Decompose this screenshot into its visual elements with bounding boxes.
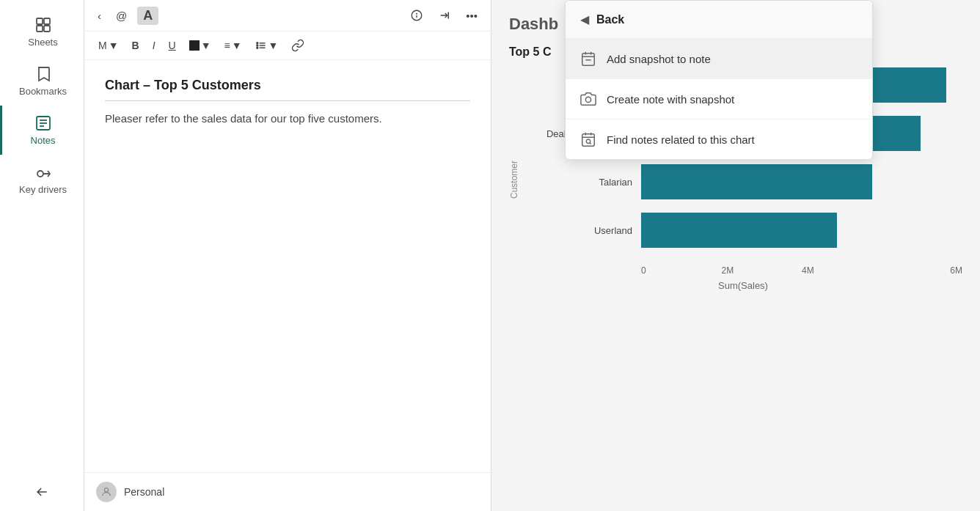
- sidebar-item-sheets[interactable]: Sheets: [0, 7, 84, 56]
- svg-point-30: [586, 139, 590, 144]
- align-icon: ≡: [224, 40, 230, 51]
- collapse-icon: [34, 485, 49, 499]
- avatar: [96, 482, 117, 502]
- italic-icon: I: [153, 40, 156, 51]
- next-icon: [438, 9, 451, 22]
- sidebar-item-sheets-label: Sheets: [28, 37, 57, 48]
- sidebar-item-key-drivers-label: Key drivers: [19, 184, 67, 195]
- chart-title-text: Top 5 C: [509, 45, 551, 58]
- dropdown-item-create-note[interactable]: Create note with snapshot: [566, 79, 872, 120]
- x-axis-label: Sum(Sales): [524, 276, 962, 291]
- svg-point-17: [256, 45, 257, 46]
- svg-rect-1: [44, 18, 50, 24]
- footer-user-label: Personal: [124, 486, 164, 498]
- dashboard-title: Dashb: [509, 15, 558, 33]
- collapse-button[interactable]: [30, 482, 54, 502]
- dropdown-header[interactable]: ◀ Back: [566, 1, 872, 39]
- color-box: [189, 40, 200, 51]
- x-tick-6m: 6M: [882, 265, 963, 276]
- sidebar-item-notes-label: Notes: [31, 135, 56, 146]
- format-a-button[interactable]: A: [137, 7, 158, 25]
- align-arrow: ▼: [232, 40, 242, 51]
- underline-button[interactable]: U: [164, 37, 181, 54]
- svg-point-25: [585, 97, 590, 102]
- svg-line-31: [590, 143, 591, 144]
- bar-label-userland: Userland: [524, 225, 641, 236]
- x-tick-0: 0: [641, 265, 722, 276]
- svg-point-8: [37, 171, 43, 177]
- mention-button[interactable]: @: [111, 7, 131, 25]
- format-a-icon: A: [143, 8, 153, 23]
- sidebar-item-bookmarks[interactable]: Bookmarks: [0, 56, 84, 106]
- more-button[interactable]: •••: [461, 7, 482, 25]
- dropdown-item-find-notes[interactable]: Find notes related to this chart: [566, 120, 872, 159]
- link-button[interactable]: [286, 36, 310, 55]
- svg-rect-0: [37, 18, 43, 24]
- bookmarks-icon: [34, 65, 52, 83]
- bar-track-talarian: [641, 164, 962, 199]
- bar-label-talarian: Talarian: [524, 177, 641, 188]
- x-tick-4m: 4M: [802, 265, 882, 276]
- color-arrow: ▼: [201, 40, 211, 51]
- note-title: Chart – Top 5 Customers: [105, 78, 470, 101]
- dropdown-menu: ◀ Back Add snapshot to note Create note …: [565, 0, 873, 160]
- table-row: Userland: [524, 213, 962, 248]
- bold-icon: B: [132, 40, 139, 51]
- info-icon: [410, 9, 423, 22]
- find-notes-label: Find notes related to this chart: [607, 133, 755, 146]
- bold-button[interactable]: B: [127, 37, 145, 54]
- svg-rect-20: [582, 54, 595, 66]
- create-note-label: Create note with snapshot: [607, 93, 734, 106]
- chevron-left-icon: ◀: [580, 12, 589, 26]
- table-row: Talarian: [524, 164, 962, 199]
- y-axis-label: Customer: [509, 67, 524, 291]
- sidebar-bottom: [0, 473, 84, 511]
- more-icon: •••: [466, 10, 478, 22]
- key-drivers-icon: [34, 163, 52, 181]
- heading-arrow: ▼: [109, 40, 119, 51]
- mention-icon: @: [116, 10, 127, 22]
- next-button[interactable]: [434, 6, 456, 25]
- dropdown-item-add-snapshot[interactable]: Add snapshot to note: [566, 39, 872, 79]
- x-axis: 0 2M 4M 6M: [524, 261, 962, 276]
- list-icon: [255, 40, 267, 51]
- svg-point-16: [256, 43, 257, 44]
- sidebar-item-notes[interactable]: Notes: [0, 106, 84, 155]
- editor-footer: Personal: [84, 472, 491, 511]
- back-button[interactable]: ‹: [93, 7, 106, 25]
- sidebar: Sheets Bookmarks Notes Key drivers: [0, 0, 84, 511]
- heading-button[interactable]: M ▼: [93, 37, 124, 54]
- note-body: Pleaser refer to the sales data for our …: [105, 110, 470, 128]
- calendar-icon: [580, 51, 596, 67]
- editor-toolbar-top: ‹ @ A •••: [84, 0, 491, 32]
- italic-button[interactable]: I: [147, 37, 161, 54]
- x-tick-2m: 2M: [722, 265, 802, 276]
- list-button[interactable]: ▼: [250, 37, 284, 54]
- editor-toolbar-format: M ▼ B I U ▼ ≡ ▼ ▼: [84, 32, 491, 60]
- sidebar-item-key-drivers[interactable]: Key drivers: [0, 155, 84, 204]
- chart-area: Dashb Top 5 C Customer PageWave Deak-Per…: [491, 0, 980, 511]
- dropdown-back-label: Back: [596, 13, 624, 26]
- camera-icon: [580, 91, 596, 107]
- add-snapshot-label: Add snapshot to note: [607, 53, 711, 65]
- calendar-search-icon: [580, 131, 596, 147]
- svg-rect-26: [582, 134, 595, 147]
- svg-rect-2: [37, 26, 43, 32]
- color-button[interactable]: ▼: [184, 37, 216, 54]
- align-button[interactable]: ≡ ▼: [219, 37, 247, 54]
- notes-icon: [34, 114, 52, 132]
- list-arrow: ▼: [268, 40, 279, 51]
- bar-fill-talarian: [641, 164, 872, 199]
- heading-label: M: [98, 40, 107, 51]
- info-button[interactable]: [406, 6, 428, 25]
- svg-rect-3: [44, 26, 50, 32]
- svg-point-18: [256, 47, 257, 48]
- sidebar-item-bookmarks-label: Bookmarks: [19, 86, 67, 97]
- user-icon: [100, 486, 112, 498]
- back-icon: ‹: [98, 10, 101, 22]
- link-icon: [291, 39, 304, 52]
- sheets-icon: [34, 16, 52, 34]
- bar-fill-userland: [641, 213, 837, 248]
- bar-track-userland: [641, 213, 962, 248]
- editor-content[interactable]: Chart – Top 5 Customers Pleaser refer to…: [84, 60, 491, 472]
